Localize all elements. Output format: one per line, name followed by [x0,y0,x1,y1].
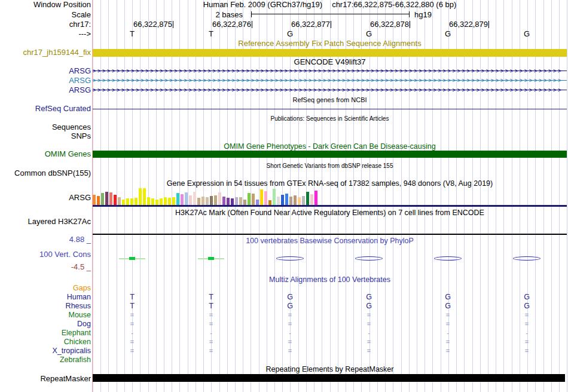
refseq-curated-label[interactable]: RefSeq Curated [0,105,91,112]
multiz-alignment-cell[interactable]: G [439,302,457,310]
multiz-alignment-cell[interactable]: G [281,302,299,310]
gencode-transcript-arrows[interactable]: >>>>>>>>>>>>>>>>>>>>>>>>>>>>>>>>>>>>>>>>… [93,67,567,75]
gtex-expression-bar[interactable] [256,200,259,205]
gtex-expression-bar[interactable] [176,193,179,205]
gtex-expression-bar[interactable] [302,196,305,205]
gtex-expression-bar[interactable] [314,191,317,205]
multiz-alignment-cell[interactable]: - [123,329,141,337]
gtex-expression-bar[interactable] [268,200,271,205]
multiz-alignment-cell[interactable]: = [439,311,457,319]
multiz-alignment-cell[interactable]: - [202,329,220,337]
multiz-alignment-cell[interactable]: G [518,293,536,301]
gencode-transcript-arrows[interactable]: >>>>>>>>>>>>>>>>>>>>>>>>>>>>>>>>>>>>>>>>… [93,86,567,94]
multiz-alignment-cell[interactable]: = [202,320,220,328]
gtex-expression-bar[interactable] [114,195,117,205]
multiz-alignment-cell[interactable]: = [360,338,378,346]
gtex-expression-bar[interactable] [210,196,213,205]
gtex-expression-bar[interactable] [206,197,209,205]
gtex-expression-bar[interactable] [277,197,280,205]
phylop-negative-mark[interactable] [355,256,383,261]
multiz-alignment-cell[interactable]: = [123,320,141,328]
gtex-expression-bar[interactable] [151,198,154,205]
multiz-alignment-cell[interactable]: = [518,320,536,328]
common-dbsnp-label[interactable]: Common dbSNP(155) [0,169,91,177]
multiz-alignment-cell[interactable]: - [281,329,299,337]
gtex-expression-bar[interactable] [310,194,313,205]
gtex-expression-bar[interactable] [160,198,163,205]
gencode-transcript-label[interactable]: ARSG [0,67,91,75]
gencode-transcript-label[interactable]: ARSG [0,76,91,84]
gtex-expression-bar[interactable] [189,195,192,205]
gtex-expression-bar[interactable] [235,197,238,205]
repeatmasker-label[interactable]: RepeatMasker [0,375,91,382]
phylop-positive-peak[interactable] [208,257,214,260]
fix-patch-label[interactable]: chr17_jh159144_fix [0,48,91,56]
gencode-transcript-label[interactable]: ARSG [0,86,91,94]
phylop-negative-mark[interactable] [513,256,540,261]
gtex-expression-bar[interactable] [135,198,138,205]
multiz-alignment-cell[interactable]: = [439,320,457,328]
gtex-expression-bar[interactable] [222,197,225,205]
sequences-label[interactable]: Sequences [0,123,91,131]
gtex-gene-label[interactable]: ARSG [0,194,91,201]
refseq-curated-line[interactable] [93,109,567,109]
gtex-expression-bar[interactable] [139,188,142,205]
gtex-expression-bar[interactable] [214,195,217,205]
gtex-expression-bar[interactable] [101,193,104,205]
multiz-alignment-cell[interactable]: = [360,347,378,355]
gtex-expression-bar[interactable] [260,189,263,205]
gtex-expression-bar[interactable] [93,195,96,205]
multiz-alignment-cell[interactable]: T [123,293,141,301]
multiz-alignment-cell[interactable]: - [439,329,457,337]
gtex-expression-bar[interactable] [273,189,276,205]
multiz-alignment-cell[interactable]: = [123,347,141,355]
gtex-expression-bar[interactable] [264,191,267,205]
multiz-alignment-cell[interactable]: T [202,293,220,301]
gtex-expression-bar[interactable] [306,192,309,205]
multiz-alignment-cell[interactable]: G [281,293,299,301]
gtex-expression-bar[interactable] [122,200,125,205]
gtex-expression-bar[interactable] [185,192,188,205]
multiz-alignment-cell[interactable]: = [202,338,220,346]
multiz-alignment-cell[interactable]: G [439,293,457,301]
multiz-alignment-cell[interactable]: = [123,338,141,346]
layered-h3k27ac-label[interactable]: Layered H3K27Ac [0,218,91,225]
gtex-expression-bar[interactable] [164,197,167,205]
phylop-negative-mark[interactable] [276,256,304,261]
multiz-alignment-cell[interactable]: G [360,302,378,310]
multiz-alignment-cell[interactable]: = [439,347,457,355]
gtex-expression-bar[interactable] [118,197,121,205]
phylop-positive-peak[interactable] [129,257,135,260]
multiz-alignment-cell[interactable]: = [518,311,536,319]
gtex-expression-bar[interactable] [248,193,251,205]
multiz-species-label[interactable]: Human [0,293,91,301]
multiz-species-label[interactable]: X_tropicalis [0,347,91,355]
multiz-species-label[interactable]: Elephant [0,329,91,337]
gtex-expression-bar[interactable] [181,194,184,205]
cons-track-label[interactable]: 100 Vert. Cons [0,250,91,258]
multiz-alignment-cell[interactable]: G [518,302,536,310]
multiz-alignment-cell[interactable]: - [518,329,536,337]
multiz-alignment-cell[interactable]: G [360,293,378,301]
gtex-expression-bar[interactable] [197,198,200,205]
multiz-species-label[interactable]: Chicken [0,338,91,346]
gtex-expression-bar[interactable] [294,195,297,205]
gtex-expression-bar[interactable] [105,192,108,205]
omim-genes-label[interactable]: OMIM Genes [0,150,91,158]
gencode-transcript-arrows[interactable]: >>>>>>>>>>>>>>>>>>>>>>>>>>>>>>>>>>>>>>>>… [93,76,567,84]
multiz-alignment-cell[interactable]: = [439,338,457,346]
gtex-expression-bar[interactable] [193,192,196,205]
multiz-alignment-cell[interactable]: = [202,311,220,319]
gtex-expression-bar[interactable] [168,198,171,205]
multiz-alignment-cell[interactable]: - [360,329,378,337]
multiz-alignment-cell[interactable]: = [281,320,299,328]
multiz-species-label[interactable]: Dog [0,320,91,328]
multiz-alignment-cell[interactable]: = [123,311,141,319]
fix-patch-bar[interactable] [93,49,567,57]
gtex-expression-bar[interactable] [227,198,230,205]
gtex-expression-bar[interactable] [155,200,158,205]
gtex-expression-bar[interactable] [130,198,133,205]
multiz-alignment-cell[interactable]: = [518,338,536,346]
multiz-alignment-cell[interactable]: = [281,347,299,355]
gtex-expression-bar[interactable] [172,197,175,205]
